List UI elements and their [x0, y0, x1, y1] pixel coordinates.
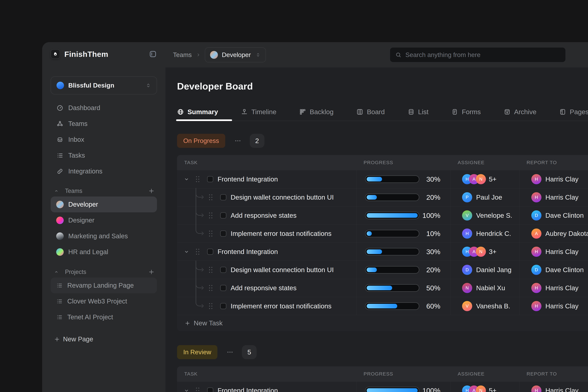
sidebar-item-clover-web3-project[interactable]: Clover Web3 Project [51, 293, 157, 309]
task-checkbox[interactable] [207, 176, 213, 182]
tab-backlog[interactable]: Backlog [299, 103, 334, 121]
drag-handle-icon[interactable] [209, 212, 212, 218]
drag-handle-icon[interactable] [209, 231, 212, 236]
sidebar-item-teams[interactable]: Teams [51, 116, 157, 132]
report-to-name: Dave Clinton [545, 212, 584, 219]
chevron-right-icon [196, 52, 200, 57]
task-checkbox[interactable] [220, 303, 226, 309]
task-checkbox[interactable] [207, 248, 213, 255]
drag-handle-icon[interactable] [209, 285, 212, 291]
tab-board[interactable]: Board [356, 103, 385, 121]
assignee-avatars: HAN [462, 386, 486, 392]
sidebar-item-developer[interactable]: Developer [51, 196, 157, 212]
gauge-icon [56, 104, 63, 112]
report-to-name: Harris Clay [545, 387, 578, 392]
new-page-button[interactable]: New Page [51, 336, 157, 343]
section-title: Teams [65, 188, 82, 194]
task-checkbox[interactable] [220, 194, 226, 200]
subtask-row[interactable]: Implement error toast notifications60%VV… [177, 297, 588, 315]
sidebar-item-label: Marketing and Sales [68, 232, 128, 240]
assignee-avatar: V [462, 210, 472, 220]
report-to-name: Aubrey Dakota [545, 230, 588, 238]
progress-bar-fill [367, 304, 397, 308]
sidebar-item-tasks[interactable]: Tasks [51, 148, 157, 163]
task-name: Frontend Integration [218, 248, 278, 256]
task-row[interactable]: Frontend Integration30%HAN5+HHarris Clay [177, 170, 588, 188]
task-checkbox[interactable] [220, 212, 226, 218]
progress-bar [365, 302, 419, 310]
add-teams-icon[interactable] [148, 188, 155, 194]
task-row[interactable]: Frontend Integration100%HAN5+HHarris Cla… [177, 382, 588, 392]
assignee-overflow-count: 5+ [489, 176, 496, 183]
progress-bar [365, 212, 419, 219]
assignee-avatars: HAN [462, 174, 486, 184]
assignee-name: Daniel Jang [476, 266, 512, 274]
task-row[interactable]: Frontend Integration30%HAN3+HHarris Clay [177, 242, 588, 261]
task-checkbox[interactable] [220, 267, 226, 273]
subtask-row[interactable]: Design wallet connection button UI20%DDa… [177, 261, 588, 279]
subtask-row[interactable]: Implement error toast notifications10%HH… [177, 224, 588, 242]
workspace-selector[interactable]: Blissful Design [51, 76, 157, 94]
tab-archive[interactable]: Archive [504, 103, 536, 121]
app-logo-icon [51, 49, 60, 59]
sidebar-item-designer[interactable]: Designer [51, 212, 157, 228]
sidebar-item-tenet-ai-project[interactable]: Tenet AI Project [51, 309, 157, 325]
drag-handle-icon[interactable] [209, 194, 212, 200]
section-title: Projects [65, 268, 86, 276]
tab-bar: SummaryTimelineBacklogBoardListFormsArch… [177, 103, 588, 121]
row-expand-icon[interactable] [184, 249, 190, 255]
task-checkbox[interactable] [220, 285, 226, 291]
drag-handle-icon[interactable] [209, 303, 212, 309]
progress-value: 30% [419, 248, 450, 256]
drag-handle-icon[interactable] [209, 267, 212, 273]
assignee-name: Paul Joe [476, 194, 502, 201]
drag-handle-icon[interactable] [196, 249, 199, 255]
sidebar-item-inbox[interactable]: Inbox [51, 132, 157, 148]
row-expand-icon[interactable] [184, 388, 190, 392]
breadcrumb-root[interactable]: Teams [173, 51, 192, 58]
workspace-name: Blissful Design [68, 82, 114, 89]
breadcrumb-team-selector[interactable]: Developer [205, 47, 266, 62]
assignee-cell: HAN5+ [450, 382, 520, 392]
drag-handle-icon[interactable] [196, 388, 199, 392]
sidebar-item-integrations[interactable]: Integrations [51, 163, 157, 179]
task-checkbox[interactable] [207, 388, 213, 392]
chevron-updown-icon [256, 52, 261, 58]
report-to-avatar: D [531, 265, 542, 275]
progress-bar-fill [367, 213, 418, 218]
new-task-button[interactable]: New Task [177, 315, 588, 331]
team-avatar [56, 248, 64, 256]
task-checkbox[interactable] [220, 230, 226, 237]
plus-icon [184, 320, 190, 326]
assignee-avatar: D [462, 265, 472, 275]
tab-forms[interactable]: Forms [451, 103, 481, 121]
subtask-row[interactable]: Add responsive states50%NNabiel XuHHarri… [177, 279, 588, 297]
subtask-row[interactable]: Design wallet connection button UI20%PPa… [177, 188, 588, 206]
row-expand-icon[interactable] [184, 176, 190, 182]
tab-pages[interactable]: Pages [559, 103, 588, 121]
tab-timeline[interactable]: Timeline [241, 103, 276, 121]
chevron-up-icon[interactable] [54, 188, 59, 194]
status-badge[interactable]: On Progress [177, 134, 225, 148]
rows-icon [408, 108, 414, 115]
tab-list[interactable]: List [408, 103, 428, 121]
drag-handle-icon[interactable] [196, 176, 199, 182]
progress-bar-fill [367, 268, 377, 272]
sidebar-item-label: Integrations [68, 168, 102, 175]
task-name: Add responsive states [231, 212, 296, 219]
tab-summary[interactable]: Summary [177, 103, 218, 121]
sidebar-item-dashboard[interactable]: Dashboard [51, 100, 157, 116]
sidebar-nav: DashboardTeamsInboxTasksIntegrations [51, 100, 157, 179]
assignee-avatars: P [462, 192, 472, 202]
search-input[interactable] [406, 51, 560, 58]
chevron-up-icon[interactable] [54, 270, 59, 274]
add-projects-icon[interactable] [148, 269, 155, 275]
more-options-icon[interactable] [232, 138, 243, 144]
sidebar-collapse-icon[interactable] [149, 50, 157, 58]
sidebar-item-marketing-and-sales[interactable]: Marketing and Sales [51, 228, 157, 244]
more-options-icon[interactable] [224, 349, 235, 356]
subtask-row[interactable]: Add responsive states100%VVenelope S.DDa… [177, 206, 588, 224]
status-badge[interactable]: In Review [177, 345, 218, 359]
sidebar-item-revamp-landing-page[interactable]: Revamp Landing Page [51, 278, 157, 293]
sidebar-item-hr-and-legal[interactable]: HR and Legal [51, 244, 157, 260]
